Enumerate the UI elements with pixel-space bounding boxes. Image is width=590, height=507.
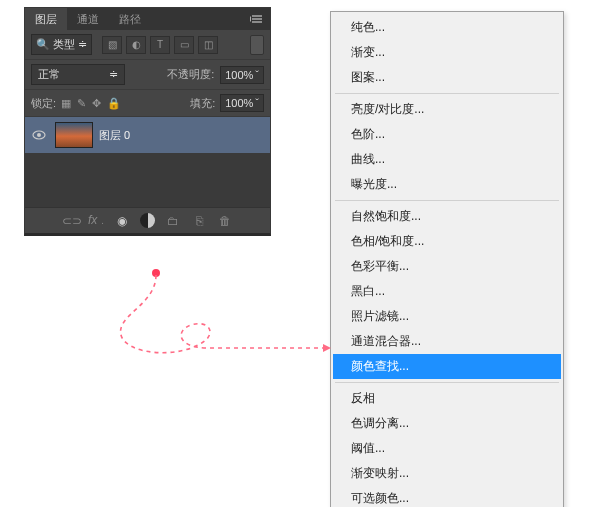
lock-position-icon[interactable]: ✥ [92, 97, 101, 110]
eye-icon [32, 130, 46, 140]
group-icon[interactable]: 🗀 [165, 214, 181, 228]
panel-menu-icon[interactable] [250, 14, 264, 24]
menu-item[interactable]: 颜色查找... [333, 354, 561, 379]
menu-item[interactable]: 图案... [333, 65, 561, 90]
filter-smart-icon[interactable]: ◫ [198, 36, 218, 54]
lock-transparent-icon[interactable]: ▦ [61, 97, 71, 110]
filter-type-select[interactable]: 🔍 类型 ≑ [31, 34, 92, 55]
fill-input[interactable]: 100% ˇ [220, 94, 264, 112]
chevron-down-icon: ˇ [255, 69, 259, 81]
filter-row: 🔍 类型 ≑ ▧ ◐ T ▭ ◫ [25, 30, 270, 60]
menu-separator [335, 200, 559, 201]
adjustment-layer-menu: 纯色...渐变...图案...亮度/对比度...色阶...曲线...曝光度...… [330, 11, 564, 507]
filter-adjustment-icon[interactable]: ◐ [126, 36, 146, 54]
menu-item[interactable]: 照片滤镜... [333, 304, 561, 329]
opacity-value: 100% [225, 69, 253, 81]
lock-row: 锁定: ▦ ✎ ✥ 🔒 填充: 100% ˇ [25, 90, 270, 117]
menu-item[interactable]: 曝光度... [333, 172, 561, 197]
fill-value: 100% [225, 97, 253, 109]
annotation-dot [152, 269, 160, 277]
fill-label: 填充: [190, 96, 215, 111]
panel-header: 图层 通道 路径 [25, 8, 270, 30]
new-layer-icon[interactable]: ⎘ [191, 214, 207, 228]
layer-list: 图层 0 [25, 117, 270, 207]
link-layers-icon[interactable]: ⊂⊃ [62, 214, 78, 228]
tab-paths[interactable]: 路径 [109, 8, 151, 30]
filter-type-icon[interactable]: T [150, 36, 170, 54]
menu-item[interactable]: 曲线... [333, 147, 561, 172]
menu-item[interactable]: 色调分离... [333, 411, 561, 436]
chevron-down-icon: ≑ [109, 68, 118, 81]
panel-tabs: 图层 通道 路径 [25, 8, 151, 30]
opacity-label: 不透明度: [167, 67, 214, 82]
menu-item[interactable]: 通道混合器... [333, 329, 561, 354]
layer-mask-icon[interactable]: ◉ [114, 214, 130, 228]
layer-style-icon[interactable]: fx﹒ [88, 212, 104, 229]
layers-panel: 图层 通道 路径 🔍 类型 ≑ ▧ ◐ T ▭ ◫ 正常 ≑ 不透明度: 100… [24, 7, 271, 236]
tab-layers[interactable]: 图层 [25, 8, 67, 30]
menu-item[interactable]: 色相/饱和度... [333, 229, 561, 254]
delete-layer-icon[interactable]: 🗑 [217, 214, 233, 228]
filter-toggle[interactable] [250, 35, 264, 55]
lock-all-icon[interactable]: 🔒 [107, 97, 121, 110]
opacity-input[interactable]: 100% ˇ [220, 66, 264, 84]
menu-item[interactable]: 亮度/对比度... [333, 97, 561, 122]
menu-item[interactable]: 渐变映射... [333, 461, 561, 486]
menu-separator [335, 93, 559, 94]
menu-separator [335, 382, 559, 383]
tab-channels[interactable]: 通道 [67, 8, 109, 30]
menu-item[interactable]: 纯色... [333, 15, 561, 40]
filter-pixel-icon[interactable]: ▧ [102, 36, 122, 54]
filter-shape-icon[interactable]: ▭ [174, 36, 194, 54]
chevron-down-icon: ≑ [78, 38, 87, 51]
lock-pixels-icon[interactable]: ✎ [77, 97, 86, 110]
svg-marker-3 [250, 16, 251, 22]
panel-footer: ⊂⊃ fx﹒ ◉ 🗀 ⎘ 🗑 [25, 207, 270, 233]
layer-item[interactable]: 图层 0 [25, 117, 270, 153]
annotation-arrowhead [323, 344, 331, 352]
menu-item[interactable]: 可选颜色... [333, 486, 561, 507]
menu-item[interactable]: 色阶... [333, 122, 561, 147]
adjustment-layer-icon[interactable] [140, 213, 155, 228]
menu-item[interactable]: 自然饱和度... [333, 204, 561, 229]
menu-item[interactable]: 黑白... [333, 279, 561, 304]
search-icon: 🔍 [36, 38, 50, 51]
menu-item[interactable]: 阈值... [333, 436, 561, 461]
blend-mode-select[interactable]: 正常 ≑ [31, 64, 125, 85]
filter-type-label: 类型 [53, 37, 75, 52]
lock-icons: ▦ ✎ ✥ 🔒 [61, 97, 121, 110]
menu-item[interactable]: 反相 [333, 386, 561, 411]
svg-point-5 [37, 133, 41, 137]
menu-item[interactable]: 色彩平衡... [333, 254, 561, 279]
chevron-down-icon: ˇ [255, 97, 259, 109]
layer-thumbnail [55, 122, 93, 148]
filter-icons: ▧ ◐ T ▭ ◫ [102, 36, 218, 54]
blend-mode-value: 正常 [38, 67, 60, 82]
blend-row: 正常 ≑ 不透明度: 100% ˇ [25, 60, 270, 90]
layer-name: 图层 0 [99, 128, 130, 143]
menu-item[interactable]: 渐变... [333, 40, 561, 65]
visibility-toggle[interactable] [25, 130, 53, 140]
annotation-arrow [96, 275, 336, 375]
lock-label: 锁定: [31, 96, 56, 111]
